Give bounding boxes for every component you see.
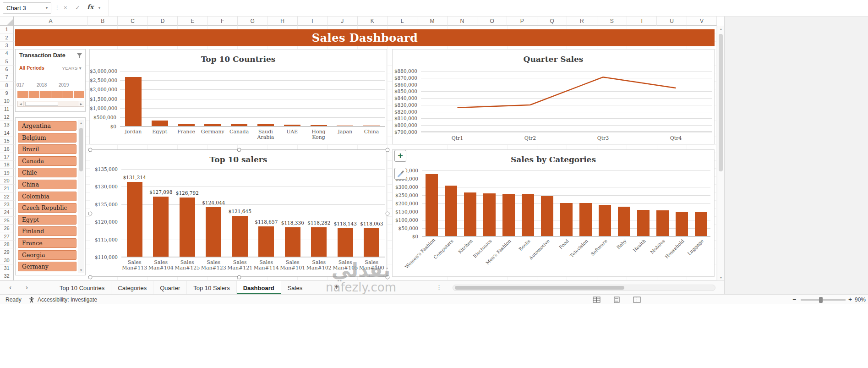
zoom-in-button[interactable]: +: [848, 296, 852, 303]
slicer-item-germany[interactable]: Germany: [18, 262, 76, 271]
row-header-14[interactable]: 14: [0, 129, 14, 137]
column-header-j[interactable]: J: [328, 16, 357, 26]
insert-function-icon[interactable]: fx: [87, 3, 93, 11]
slicer-item-egypt[interactable]: Egypt: [18, 215, 76, 225]
column-header-v[interactable]: V: [687, 16, 717, 26]
row-header-11[interactable]: 11: [0, 105, 14, 113]
horizontal-scrollbar[interactable]: [453, 285, 715, 291]
slicer-scrollbar-thumb[interactable]: [79, 128, 83, 171]
clear-filter-icon[interactable]: [76, 52, 82, 60]
scroll-left-icon[interactable]: ◀: [18, 101, 24, 106]
timeline-bar-segment[interactable]: [40, 91, 51, 98]
slicer-item-france[interactable]: France: [18, 238, 76, 248]
row-header-16[interactable]: 16: [0, 145, 14, 153]
timeline-bar-segment[interactable]: [62, 91, 73, 98]
timeline-slicer[interactable]: Transaction Date All Periods YEARS ▾ 017…: [15, 49, 86, 112]
row-header-15[interactable]: 15: [0, 137, 14, 145]
vertical-scrollbar[interactable]: ▲ ▼: [717, 26, 724, 280]
chart-top10-salers[interactable]: Top 10 salers$135,000$130,000$125,000$12…: [90, 149, 387, 277]
selection-handle[interactable]: [237, 275, 241, 280]
column-header-k[interactable]: K: [358, 16, 388, 26]
column-header-b[interactable]: B: [88, 16, 118, 26]
sheet-tab-categories[interactable]: Categories: [111, 281, 153, 295]
row-header-12[interactable]: 12: [0, 113, 14, 121]
column-header-f[interactable]: F: [208, 16, 238, 26]
timeline-range-bar[interactable]: [17, 91, 84, 98]
zoom-slider[interactable]: [801, 299, 846, 301]
slicer-item-finland[interactable]: Finland: [18, 226, 76, 236]
column-header-t[interactable]: T: [627, 16, 657, 26]
column-header-i[interactable]: I: [298, 16, 328, 26]
column-header-g[interactable]: G: [238, 16, 267, 26]
name-box[interactable]: Chart 3 ▾: [3, 2, 51, 14]
slicer-item-china[interactable]: China: [18, 180, 76, 189]
formula-input[interactable]: [108, 0, 868, 16]
row-header-26[interactable]: 26: [0, 225, 14, 232]
slicer-item-georgia[interactable]: Georgia: [18, 250, 76, 260]
slicer-item-canada[interactable]: Canada: [18, 156, 76, 166]
selection-handle[interactable]: [88, 212, 93, 216]
timeline-scrollbar-thumb[interactable]: [25, 102, 58, 106]
column-header-c[interactable]: C: [118, 16, 147, 26]
chart-quarter-sales[interactable]: Quarter Sales$880,000$870,000$860,000$85…: [392, 49, 715, 144]
row-header-18[interactable]: 18: [0, 161, 14, 169]
row-header-3[interactable]: 3: [0, 42, 14, 49]
row-header-31[interactable]: 31: [0, 264, 14, 272]
column-header-u[interactable]: U: [657, 16, 687, 26]
scroll-up-icon[interactable]: ▲: [78, 120, 84, 126]
tab-overflow-icon[interactable]: ⋮: [436, 284, 442, 291]
column-header-n[interactable]: N: [448, 16, 477, 26]
formula-bar-expand-icon[interactable]: ▾: [98, 6, 100, 10]
zoom-slider-thumb[interactable]: [819, 297, 823, 303]
sheet-tab-top-10-countries[interactable]: Top 10 Countries: [53, 281, 111, 295]
chart-elements-button[interactable]: +: [394, 150, 406, 162]
scroll-right-icon[interactable]: ▶: [78, 101, 84, 106]
sheet-tab-sales[interactable]: Sales: [281, 281, 310, 295]
column-header-d[interactable]: D: [148, 16, 178, 26]
column-header-m[interactable]: M: [417, 16, 447, 26]
row-header-6[interactable]: 6: [0, 66, 14, 73]
sheet-tab-dashboard[interactable]: Dashboard: [237, 281, 281, 295]
page-layout-view-icon[interactable]: [613, 297, 621, 305]
row-header-7[interactable]: 7: [0, 73, 14, 81]
row-header-23[interactable]: 23: [0, 201, 14, 209]
row-header-10[interactable]: 10: [0, 97, 14, 105]
timeline-bar-segment[interactable]: [29, 91, 40, 98]
selection-handle[interactable]: [386, 275, 390, 280]
row-header-19[interactable]: 19: [0, 169, 14, 176]
slicer-item-belgium[interactable]: Belgium: [18, 133, 76, 143]
selection-handle[interactable]: [88, 275, 93, 280]
slicer-item-czech-republic[interactable]: Czech Republic: [18, 203, 76, 213]
row-header-22[interactable]: 22: [0, 193, 14, 201]
tab-nav-right-icon[interactable]: ›: [26, 283, 28, 291]
scroll-down-icon[interactable]: ▼: [717, 274, 725, 280]
column-header-h[interactable]: H: [267, 16, 297, 26]
row-header-9[interactable]: 9: [0, 89, 14, 97]
sheet-tab-quarter[interactable]: Quarter: [153, 281, 187, 295]
column-header-q[interactable]: Q: [537, 16, 567, 26]
slicer-item-chile[interactable]: Chile: [18, 168, 76, 177]
scroll-down-icon[interactable]: ▼: [78, 267, 84, 273]
column-header-e[interactable]: E: [178, 16, 207, 26]
scroll-up-icon[interactable]: ▲: [717, 26, 725, 32]
zoom-level[interactable]: 90%: [855, 297, 866, 303]
timeline-bar-segment[interactable]: [51, 91, 62, 98]
tab-nav-left-icon[interactable]: ‹: [9, 283, 11, 291]
column-header-l[interactable]: L: [388, 16, 417, 26]
row-header-13[interactable]: 13: [0, 121, 14, 129]
page-break-view-icon[interactable]: [633, 297, 641, 305]
row-header-32[interactable]: 32: [0, 272, 14, 280]
row-header-17[interactable]: 17: [0, 153, 14, 161]
row-header-29[interactable]: 29: [0, 248, 14, 256]
normal-view-icon[interactable]: [593, 297, 601, 305]
row-header-25[interactable]: 25: [0, 217, 14, 225]
status-accessibility[interactable]: Accessibility: Investigate: [38, 297, 97, 303]
row-header-1[interactable]: 1: [0, 26, 14, 33]
enter-icon[interactable]: ✓: [75, 4, 80, 11]
row-header-21[interactable]: 21: [0, 185, 14, 192]
cancel-icon[interactable]: ×: [64, 4, 67, 11]
row-header-8[interactable]: 8: [0, 82, 14, 89]
column-header-s[interactable]: S: [597, 16, 627, 26]
chart-styles-button[interactable]: [394, 168, 406, 180]
chart-top10-countries[interactable]: Top 10 Countries$3,000,000$2,500,000$2,0…: [89, 49, 387, 144]
